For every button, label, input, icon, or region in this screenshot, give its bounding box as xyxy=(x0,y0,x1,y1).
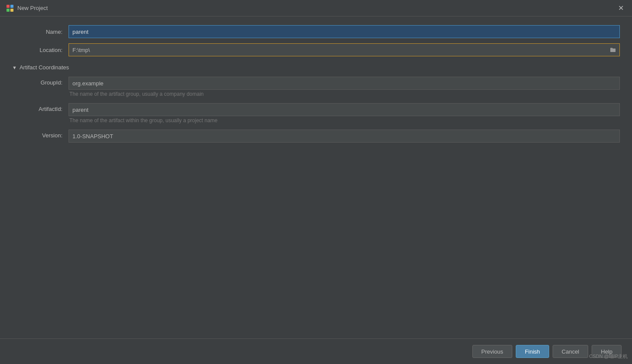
artifact-coordinates-content: GroupId: The name of the artifact group,… xyxy=(12,77,620,149)
watermark: CSDN @喵IP主机 xyxy=(589,353,628,360)
group-id-label: GroupId: xyxy=(19,77,69,86)
artifact-coordinates-section-header: ▼ Artifact Coordinates xyxy=(12,64,620,71)
group-id-field-group: The name of the artifact group, usually … xyxy=(69,77,620,97)
dialog-footer: Previous Finish Cancel Help xyxy=(0,338,632,364)
location-row: Location: xyxy=(12,43,620,56)
svg-rect-0 xyxy=(7,5,10,8)
artifact-id-label: ArtifactId: xyxy=(19,103,69,112)
version-row: Version: xyxy=(19,130,620,147)
svg-rect-1 xyxy=(10,5,13,8)
dialog-title: New Project xyxy=(17,5,48,11)
previous-button[interactable]: Previous xyxy=(472,345,513,358)
new-project-dialog: New Project ✕ Name: Location: xyxy=(0,0,632,364)
title-bar-left: New Project xyxy=(6,4,48,12)
app-icon xyxy=(6,4,14,12)
finish-button[interactable]: Finish xyxy=(516,345,549,358)
name-input[interactable] xyxy=(69,25,620,38)
artifact-id-input[interactable] xyxy=(69,103,620,116)
version-input[interactable] xyxy=(69,130,620,143)
dialog-content: Name: Location: ▼ Artifact Coor xyxy=(0,16,632,338)
version-label: Version: xyxy=(19,130,69,139)
artifact-coordinates-chevron[interactable]: ▼ xyxy=(12,65,17,70)
group-id-hint: The name of the artifact group, usually … xyxy=(69,91,620,97)
artifact-id-row: ArtifactId: The name of the artifact wit… xyxy=(19,103,620,128)
location-input[interactable] xyxy=(69,43,620,56)
cancel-button[interactable]: Cancel xyxy=(553,345,588,358)
title-bar: New Project ✕ xyxy=(0,0,632,16)
folder-browse-button[interactable] xyxy=(609,46,617,54)
version-field-group xyxy=(69,130,620,143)
group-id-input[interactable] xyxy=(69,77,620,90)
artifact-id-hint: The name of the artifact within the grou… xyxy=(69,117,620,124)
svg-rect-3 xyxy=(10,9,13,12)
svg-rect-2 xyxy=(7,9,10,12)
location-label: Location: xyxy=(12,47,69,53)
name-label: Name: xyxy=(12,29,69,35)
artifact-coordinates-title: Artifact Coordinates xyxy=(20,64,69,71)
dialog-overlay: New Project ✕ Name: Location: xyxy=(0,0,632,364)
group-id-row: GroupId: The name of the artifact group,… xyxy=(19,77,620,101)
location-input-group xyxy=(69,43,620,56)
artifact-id-field-group: The name of the artifact within the grou… xyxy=(69,103,620,124)
name-row: Name: xyxy=(12,25,620,38)
close-button[interactable]: ✕ xyxy=(616,3,626,13)
